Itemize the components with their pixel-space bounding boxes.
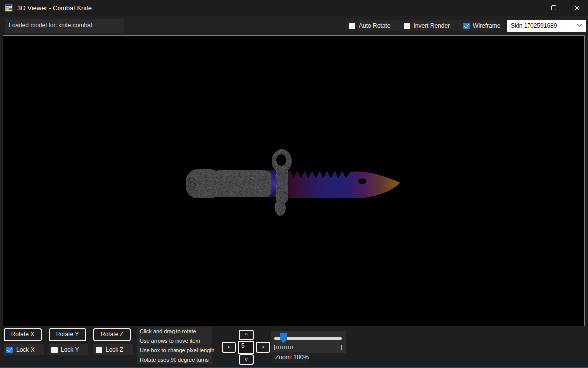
lock-y-checkbox[interactable]: Lock Y (49, 344, 88, 355)
help-line: Click and drag to rotate (137, 327, 212, 336)
checkbox-icon[interactable] (51, 347, 58, 353)
title-bar: 3D Viewer - Combat Knife (0, 0, 588, 16)
zoom-slider-thumb[interactable] (280, 333, 287, 343)
checkbox-label: Auto Rotate (359, 22, 390, 29)
move-right-button[interactable]: > (256, 342, 270, 353)
move-left-button[interactable]: < (222, 342, 236, 353)
rotate-z-button[interactable]: Rotate Z (93, 328, 131, 341)
checkbox-label: Lock Y (61, 346, 79, 353)
move-up-button[interactable]: ^ (239, 330, 254, 340)
pixel-length-input[interactable]: 5 (238, 341, 254, 354)
window-controls (520, 0, 588, 16)
guard-rivet (275, 195, 277, 196)
guard-rivet (275, 174, 277, 176)
knife-blade-hole (358, 179, 366, 184)
rotate-y-button[interactable]: Rotate Y (49, 328, 86, 341)
help-line: Use box to change pixel length (137, 346, 212, 355)
auto-rotate-checkbox[interactable]: Auto Rotate (349, 22, 390, 29)
checkbox-icon[interactable] (96, 347, 102, 353)
lock-x-checkbox[interactable]: Lock X (4, 344, 44, 355)
render-options-strip: Auto Rotate Invert Render Wireframe (345, 20, 496, 31)
skin-dropdown-value: Skin 1702591689 (511, 22, 557, 29)
close-button[interactable] (565, 0, 588, 16)
checkbox-label: Lock Z (106, 346, 123, 353)
zoom-level-label: Zoom: 100% (272, 352, 309, 363)
checkbox-icon[interactable] (463, 23, 470, 29)
zoom-slider-panel (271, 331, 346, 353)
wireframe-checkbox[interactable]: Wireframe (463, 22, 500, 29)
close-icon (574, 5, 580, 11)
loaded-model-label: Loaded model for: knife.combat (5, 19, 124, 33)
bottom-control-bar: Rotate X Rotate Y Rotate Z Lock X Lock Y… (0, 327, 588, 368)
knife-handle (186, 169, 271, 198)
guard-rivet (275, 185, 277, 186)
knife-blade (285, 171, 400, 198)
app-window: 3D Viewer - Combat Knife Loaded model fo… (0, 0, 588, 368)
checkbox-icon[interactable] (404, 23, 410, 29)
minimize-button[interactable] (520, 0, 542, 16)
knife-model-render (184, 147, 405, 218)
help-line: Use arrows to move item (137, 336, 212, 346)
help-text-panel: Click and drag to rotate Use arrows to m… (137, 327, 212, 365)
move-down-button[interactable]: v (239, 354, 254, 365)
invert-render-checkbox[interactable]: Invert Render (404, 22, 450, 29)
checkbox-icon[interactable] (6, 347, 13, 353)
checkbox-icon[interactable] (349, 23, 355, 29)
skin-dropdown[interactable]: Skin 1702591689 (507, 20, 586, 32)
app-icon (5, 4, 13, 12)
minimize-icon (529, 8, 534, 8)
zoom-slider-ticks (274, 346, 342, 349)
viewport-canvas[interactable] (3, 35, 585, 326)
maximize-button[interactable] (542, 0, 565, 16)
rotate-x-button[interactable]: Rotate X (4, 328, 42, 341)
chevron-down-icon (577, 23, 582, 27)
checkbox-label: Invert Render (413, 22, 450, 29)
checkbox-label: Lock X (16, 346, 35, 353)
lock-z-checkbox[interactable]: Lock Z (93, 344, 133, 355)
help-line: Rotate uses 90 degree turns (137, 355, 212, 365)
maximize-icon (551, 5, 556, 10)
window-title: 3D Viewer - Combat Knife (17, 4, 92, 12)
top-toolbar: Loaded model for: knife.combat Auto Rota… (0, 16, 588, 35)
checkbox-label: Wireframe (473, 22, 500, 29)
